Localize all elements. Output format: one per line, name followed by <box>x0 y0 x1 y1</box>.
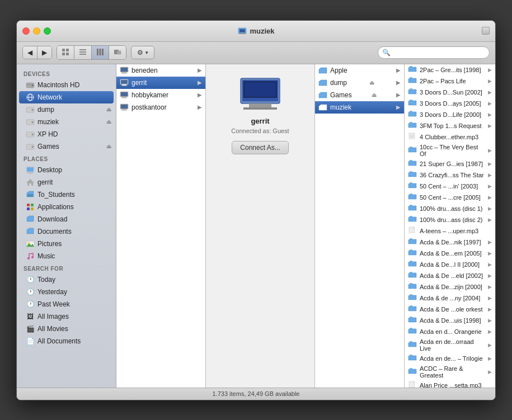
folder-icon <box>408 146 417 155</box>
col2-apple-arrow: ▶ <box>396 67 401 73</box>
finder-window: muziek ◀ ▶ ⚙ ▾ <box>16 20 496 400</box>
col2-item-apple[interactable]: Apple ▶ <box>315 64 404 77</box>
file-label: Acda & De...em [2005] <box>420 250 482 257</box>
search-input[interactable] <box>378 46 490 59</box>
file-item[interactable]: Acda & De...l II [2000] ▶ <box>405 259 495 270</box>
file-item[interactable]: 3 Doors D...Life [2000] ▶ <box>405 109 495 120</box>
maximize-button[interactable] <box>44 27 51 35</box>
file-item[interactable]: Acda en d... Orangerie ▶ <box>405 326 495 337</box>
svg-point-23 <box>32 109 34 111</box>
sidebar-item-desktop[interactable]: Desktop <box>17 164 116 176</box>
col2-item-dump[interactable]: dump ⏏ ▶ <box>315 77 404 89</box>
file-item[interactable]: 3FM Top 1...s Request ▶ <box>405 120 495 131</box>
folder-icon <box>408 121 417 130</box>
file-item[interactable]: Acda & de ...ny [2004] ▶ <box>405 292 495 304</box>
col2-dump-label: dump <box>330 79 347 87</box>
file-item[interactable]: ACDC – Rare & Greatest ▶ <box>405 364 495 380</box>
sidebar-item-pictures[interactable]: Pictures <box>17 238 116 250</box>
file-item[interactable]: A-teens – ...uper.mp3 <box>405 225 495 237</box>
file-item[interactable]: 50 Cent – ...in' [2003] ▶ <box>405 181 495 192</box>
list-view-button[interactable] <box>74 46 92 59</box>
sidebar-item-download[interactable]: Download <box>17 213 116 225</box>
file-item[interactable]: Acda & De...nik [1997] ▶ <box>405 237 495 248</box>
file-item[interactable]: Acda & De...uis [1998] ▶ <box>405 315 495 326</box>
col2-dump-eject[interactable]: ⏏ <box>369 79 374 86</box>
sidebar-item-games[interactable]: Games ⏏ <box>17 140 116 153</box>
column-view-button[interactable] <box>92 46 109 59</box>
file-item[interactable]: 3 Doors D...ays [2005] ▶ <box>405 98 495 109</box>
window-title: muziek <box>237 26 274 35</box>
sidebar-item-yesterday[interactable]: 🕐 Yesterday <box>17 286 116 298</box>
sidebar-item-music[interactable]: Music <box>17 250 116 262</box>
file-item[interactable]: Acda en de... – Trilogie ▶ <box>405 353 495 364</box>
sidebar-item-pastweek[interactable]: 🕐 Past Week <box>17 298 116 310</box>
file-item[interactable]: 50 Cent – ...cre [2005] ▶ <box>405 192 495 203</box>
sidebar-item-allimages[interactable]: 🖼 All Images <box>17 310 116 323</box>
file-label: Acda & de ...ny [2004] <box>420 295 480 301</box>
action-button[interactable]: ⚙ ▾ <box>131 46 154 59</box>
sidebar-item-dump[interactable]: dump ⏏ <box>17 103 116 116</box>
cover-view-button[interactable] <box>109 46 126 59</box>
file-item[interactable]: 2Pac – Gre...its [1998] ▶ <box>405 64 495 75</box>
file-item[interactable]: Acda & De ...eld [2002] ▶ <box>405 270 495 281</box>
icon-view-button[interactable] <box>57 46 74 59</box>
file-arrow: ▶ <box>488 78 492 84</box>
sidebar-item-gerrit[interactable]: gerrit <box>17 176 116 188</box>
share-folder-icon <box>318 66 327 75</box>
dump-eject-icon[interactable]: ⏏ <box>106 106 111 112</box>
file-item[interactable]: 100% dru...ass (disc 2) ▶ <box>405 214 495 225</box>
col2-item-games[interactable]: Games ⏏ ▶ <box>315 89 404 101</box>
folder-icon <box>408 282 417 291</box>
sidebar-item-today[interactable]: 🕐 Today <box>17 273 116 286</box>
connect-as-button[interactable]: Connect As... <box>232 141 288 154</box>
file-item[interactable]: 4 Clubber...ether.mp3 <box>405 131 495 143</box>
file-item[interactable]: Acda & De...em [2005] ▶ <box>405 248 495 259</box>
gear-icon: ⚙ <box>137 49 143 56</box>
sidebar-item-network[interactable]: Network <box>19 91 114 103</box>
sidebar-item-xphd[interactable]: XP HD <box>17 128 116 140</box>
col1-item-beneden[interactable]: beneden ▶ <box>116 64 205 77</box>
col1-item-hobbykamer[interactable]: hobbykamer ▶ <box>116 89 205 101</box>
file-item[interactable]: 100% dru...ass (disc 1) ▶ <box>405 203 495 214</box>
sidebar-item-tostudents[interactable]: To_Students <box>17 188 116 201</box>
view-buttons <box>57 45 126 60</box>
back-button[interactable]: ◀ <box>23 46 37 59</box>
sidebar-item-allmovies[interactable]: 🎬 All Movies <box>17 323 116 335</box>
folder-icon <box>408 193 417 202</box>
sidebar-item-alldocuments[interactable]: 📄 All Documents <box>17 335 116 347</box>
svg-rect-58 <box>121 105 128 108</box>
svg-point-25 <box>32 121 34 123</box>
sidebar-item-macintosh-hd[interactable]: Macintosh HD <box>17 79 116 91</box>
sidebar-item-applications[interactable]: Applications <box>17 201 116 213</box>
close-button[interactable] <box>22 27 30 35</box>
file-item[interactable]: Acda & De...zijn [2000] ▶ <box>405 281 495 292</box>
today-icon: 🕐 <box>26 275 35 284</box>
minimize-button[interactable] <box>33 27 40 35</box>
col2-item-muziek[interactable]: muziek ▶ <box>315 101 404 114</box>
file-item[interactable]: 10cc – The Very Best Of ▶ <box>405 143 495 158</box>
file-item[interactable]: Acda & De ...ole orkest ▶ <box>405 304 495 315</box>
file-item[interactable]: 2Pac – Pacs Life ▶ <box>405 75 495 87</box>
devices-header: DEVICES <box>17 68 116 79</box>
resize-button[interactable] <box>482 27 490 35</box>
col1-item-gerrit[interactable]: gerrit ▶ <box>116 77 205 89</box>
sidebar-yesterday-label: Yesterday <box>37 288 67 296</box>
sidebar-item-documents[interactable]: Documents <box>17 225 116 238</box>
folder-icon <box>408 305 417 314</box>
col2-games-eject[interactable]: ⏏ <box>372 92 377 98</box>
file-item[interactable]: Alan Price ...setta.mp3 <box>405 380 495 388</box>
file-item[interactable]: Acda en de...orraad Live ▶ <box>405 337 495 353</box>
muziek-eject-icon[interactable]: ⏏ <box>106 119 111 125</box>
games-eject-icon[interactable]: ⏏ <box>106 143 111 149</box>
column-2: Apple ▶ dump ⏏ ▶ Games ⏏ <box>315 64 405 388</box>
col1-item-postkantoor[interactable]: postkantoor ▶ <box>116 101 205 114</box>
svg-rect-46 <box>121 68 128 72</box>
file-item[interactable]: 21 Super G...ies [1987] ▶ <box>405 158 495 169</box>
forward-button[interactable]: ▶ <box>37 46 51 59</box>
file-arrow: ▶ <box>488 342 492 348</box>
col1-beneden-arrow: ▶ <box>198 67 202 73</box>
file-item[interactable]: 36 Crazyfi...ss The Star ▶ <box>405 169 495 181</box>
file-item[interactable]: 3 Doors D...Sun [2002] ▶ <box>405 87 495 98</box>
column-1: beneden ▶ gerrit ▶ hobbykamer ▶ <box>116 64 206 388</box>
sidebar-item-muziek[interactable]: muziek ⏏ <box>17 116 116 128</box>
